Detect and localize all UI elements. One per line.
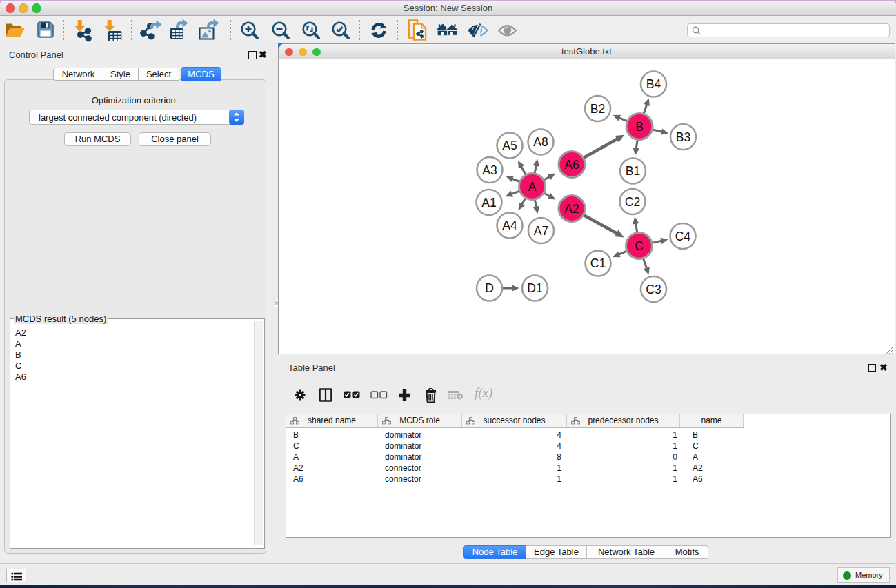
svg-text:A1: A1 [481,196,496,210]
svg-text:B4: B4 [646,77,661,91]
svg-text:C1: C1 [590,256,606,270]
svg-text:A6: A6 [564,158,579,172]
svg-text:A3: A3 [482,163,497,177]
svg-text:A5: A5 [502,139,517,152]
svg-text:A: A [528,180,537,194]
svg-text:B: B [635,120,644,134]
svg-text:C2: C2 [625,195,640,209]
svg-text:A8: A8 [533,135,548,149]
svg-text:A7: A7 [534,224,548,238]
svg-text:B3: B3 [676,130,690,144]
svg-text:B2: B2 [590,102,605,116]
svg-text:B1: B1 [626,164,640,178]
svg-text:C: C [635,239,644,253]
svg-text:D: D [485,281,494,295]
svg-text:D1: D1 [527,281,542,295]
svg-text:C3: C3 [646,283,661,296]
svg-text:A4: A4 [502,219,517,232]
svg-text:A2: A2 [564,202,579,216]
svg-text:C4: C4 [675,230,691,243]
